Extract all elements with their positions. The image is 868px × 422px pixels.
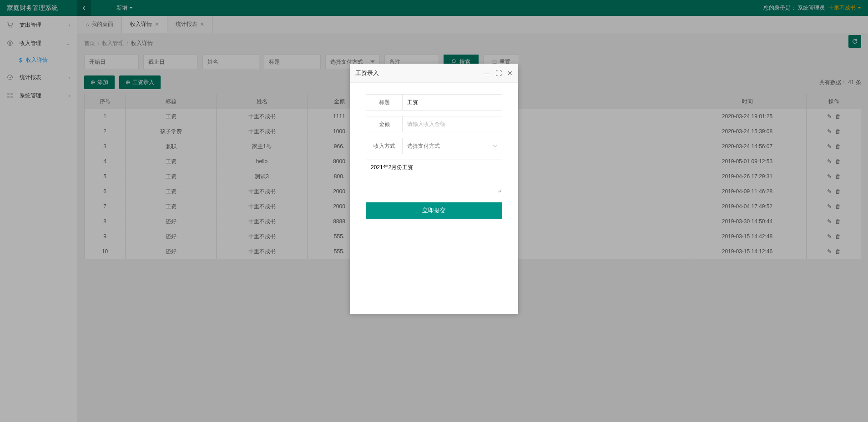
- watermark: https://blog.csdn.net/pastclouds: [786, 412, 863, 418]
- submit-button[interactable]: 立即提交: [366, 202, 502, 219]
- minimize-icon[interactable]: —: [484, 70, 490, 77]
- select-placeholder: 选择支付方式: [407, 142, 440, 150]
- modal-header: 工资录入 — ⛶ ✕: [350, 64, 518, 83]
- method-label: 收入方式: [366, 138, 402, 154]
- remark-textarea[interactable]: [366, 160, 502, 193]
- caret-down-icon: [493, 145, 497, 147]
- maximize-icon[interactable]: ⛶: [495, 70, 502, 77]
- title-field[interactable]: [402, 94, 502, 111]
- salary-modal: 工资录入 — ⛶ ✕ 标题 金额 收入方式 选择支付方式 立即提交: [350, 64, 518, 314]
- modal-body: 标题 金额 收入方式 选择支付方式 立即提交: [350, 83, 518, 230]
- amount-label: 金额: [366, 116, 402, 132]
- close-icon[interactable]: ✕: [507, 70, 513, 77]
- amount-field[interactable]: [402, 116, 502, 132]
- modal-title: 工资录入: [355, 69, 484, 77]
- title-label: 标题: [366, 94, 402, 111]
- method-select[interactable]: 选择支付方式: [402, 138, 502, 154]
